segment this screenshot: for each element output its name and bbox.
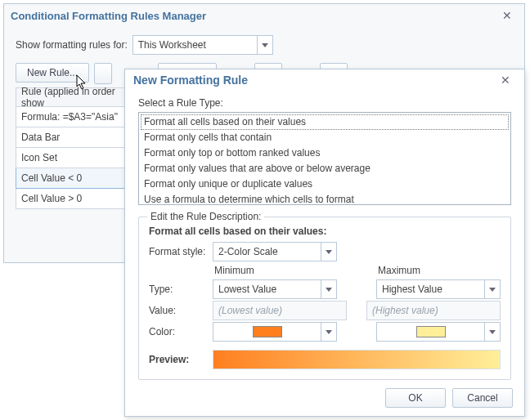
rule-type-item[interactable]: Format only values that are above or bel… [141,161,509,176]
new-rule-button[interactable]: New Rule... [16,63,89,83]
rule-row[interactable]: Cell Value > 0 [16,189,135,209]
format-style-value: 2-Color Scale [213,246,321,257]
max-value-field[interactable]: (Highest value) [366,301,501,320]
color-label: Color: [149,326,213,337]
rule-row-label: Data Bar [21,132,60,143]
rules-list-header-label: Rule (applied in order show [21,86,129,109]
rule-row-label: Formula: =$A3="Asia" [21,111,118,123]
rule-row[interactable]: Icon Set [16,148,135,168]
modal-footer: OK Cancel [125,380,524,416]
min-value-field[interactable]: (Lowest value) [213,301,347,320]
chevron-down-icon [257,36,272,54]
max-type-value: Highest Value [377,284,484,295]
max-color-swatch [416,326,446,337]
cancel-button[interactable]: Cancel [452,388,513,408]
type-label: Type: [149,284,213,295]
new-rule-label: New Rule... [27,67,78,78]
rule-row-label: Cell Value > 0 [21,193,82,204]
min-type-value: Lowest Value [213,284,321,295]
rule-row[interactable]: Formula: =$A3="Asia" [16,107,135,127]
rule-type-item[interactable]: Format only cells that contain [141,130,509,145]
max-type-dropdown[interactable]: Highest Value [376,279,501,299]
close-icon[interactable]: ✕ [495,72,516,88]
rule-type-item[interactable]: Format only unique or duplicate values [141,176,509,192]
minimum-header: Minimum [213,265,337,276]
rules-manager-title: Conditional Formatting Rules Manager [11,10,496,22]
show-rules-label: Show formatting rules for: [16,39,128,51]
edit-rule-description-legend: Edit the Rule Description: [147,211,264,222]
chevron-down-icon [321,243,336,261]
rule-row-label: Cell Value < 0 [21,172,82,184]
min-color-swatch [253,326,282,337]
chevron-down-icon [484,280,500,298]
modal-titlebar: New Formatting Rule ✕ [125,69,524,91]
rules-list-header: Rule (applied in order show [16,87,135,107]
format-style-dropdown[interactable]: 2-Color Scale [213,242,337,261]
show-rules-value: This Worksheet [133,39,257,51]
rule-type-item[interactable]: Use a formula to determine which cells t… [141,192,509,208]
maximum-header: Maximum [376,265,501,276]
chevron-down-icon [321,280,336,298]
min-color-dropdown[interactable] [213,322,337,342]
rule-row[interactable]: Data Bar [16,127,135,148]
rule-type-list[interactable]: Format all cells based on their values F… [138,112,511,205]
new-formatting-rule-dialog: New Formatting Rule ✕ Select a Rule Type… [124,69,525,417]
preview-label: Preview: [149,354,213,365]
min-type-dropdown[interactable]: Lowest Value [213,279,337,299]
edit-rule-description-group: Edit the Rule Description: Format all ce… [138,217,511,380]
show-rules-dropdown[interactable]: This Worksheet [132,35,273,55]
rule-description-title: Format all cells based on their values: [149,226,501,237]
chevron-down-icon [484,323,500,341]
select-rule-type-label: Select a Rule Type: [138,97,511,109]
edit-rule-button-partial[interactable] [94,63,112,84]
close-icon[interactable]: ✕ [496,7,518,24]
rule-row[interactable]: Cell Value < 0 [16,168,135,189]
preview-gradient [213,350,501,369]
chevron-down-icon [321,323,336,341]
rule-row-label: Icon Set [21,152,57,163]
rule-type-item[interactable]: Format only top or bottom ranked values [141,145,509,161]
max-color-dropdown[interactable] [376,322,501,342]
modal-title: New Formatting Rule [133,74,495,87]
rules-manager-titlebar: Conditional Formatting Rules Manager ✕ [4,4,524,27]
format-style-label: Format style: [149,246,213,257]
ok-button[interactable]: OK [385,388,446,408]
value-label: Value: [149,305,213,316]
rule-type-item[interactable]: Format all cells based on their values [141,114,509,130]
